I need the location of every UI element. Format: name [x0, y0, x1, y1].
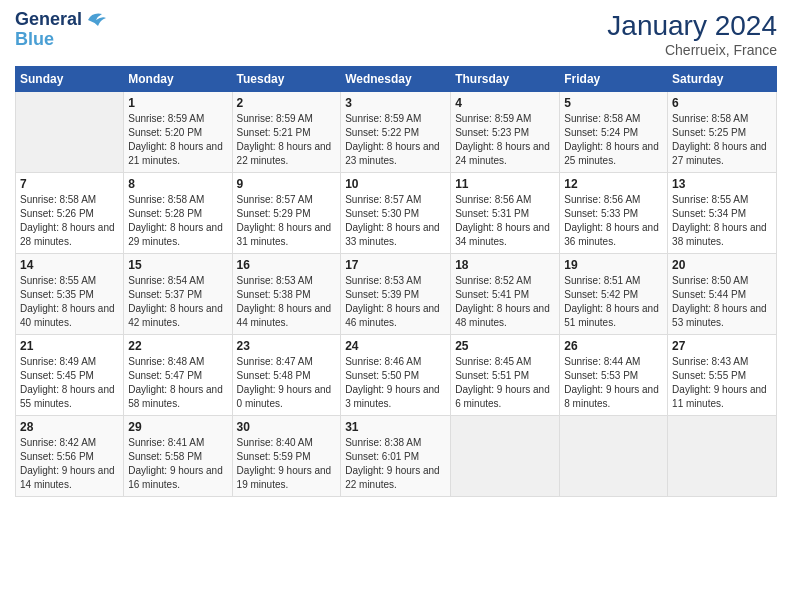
day-number: 17: [345, 258, 446, 272]
calendar-table: Sunday Monday Tuesday Wednesday Thursday…: [15, 66, 777, 497]
cell-w1-d6: 5Sunrise: 8:58 AMSunset: 5:24 PMDaylight…: [560, 92, 668, 173]
day-info: Sunrise: 8:52 AMSunset: 5:41 PMDaylight:…: [455, 274, 555, 330]
day-number: 4: [455, 96, 555, 110]
day-number: 22: [128, 339, 227, 353]
day-info: Sunrise: 8:59 AMSunset: 5:23 PMDaylight:…: [455, 112, 555, 168]
cell-w2-d3: 9Sunrise: 8:57 AMSunset: 5:29 PMDaylight…: [232, 173, 341, 254]
cell-w4-d6: 26Sunrise: 8:44 AMSunset: 5:53 PMDayligh…: [560, 335, 668, 416]
cell-w2-d5: 11Sunrise: 8:56 AMSunset: 5:31 PMDayligh…: [451, 173, 560, 254]
cell-w4-d2: 22Sunrise: 8:48 AMSunset: 5:47 PMDayligh…: [124, 335, 232, 416]
cell-w3-d1: 14Sunrise: 8:55 AMSunset: 5:35 PMDayligh…: [16, 254, 124, 335]
cell-w5-d2: 29Sunrise: 8:41 AMSunset: 5:58 PMDayligh…: [124, 416, 232, 497]
cell-w2-d1: 7Sunrise: 8:58 AMSunset: 5:26 PMDaylight…: [16, 173, 124, 254]
cell-w3-d7: 20Sunrise: 8:50 AMSunset: 5:44 PMDayligh…: [668, 254, 777, 335]
cell-w1-d3: 2Sunrise: 8:59 AMSunset: 5:21 PMDaylight…: [232, 92, 341, 173]
day-number: 23: [237, 339, 337, 353]
header-wednesday: Wednesday: [341, 67, 451, 92]
cell-w1-d7: 6Sunrise: 8:58 AMSunset: 5:25 PMDaylight…: [668, 92, 777, 173]
cell-w4-d5: 25Sunrise: 8:45 AMSunset: 5:51 PMDayligh…: [451, 335, 560, 416]
day-number: 21: [20, 339, 119, 353]
cell-w4-d3: 23Sunrise: 8:47 AMSunset: 5:48 PMDayligh…: [232, 335, 341, 416]
cell-w5-d4: 31Sunrise: 8:38 AMSunset: 6:01 PMDayligh…: [341, 416, 451, 497]
cell-w4-d1: 21Sunrise: 8:49 AMSunset: 5:45 PMDayligh…: [16, 335, 124, 416]
day-info: Sunrise: 8:59 AMSunset: 5:21 PMDaylight:…: [237, 112, 337, 168]
day-number: 26: [564, 339, 663, 353]
day-info: Sunrise: 8:58 AMSunset: 5:25 PMDaylight:…: [672, 112, 772, 168]
cell-w3-d6: 19Sunrise: 8:51 AMSunset: 5:42 PMDayligh…: [560, 254, 668, 335]
day-info: Sunrise: 8:57 AMSunset: 5:29 PMDaylight:…: [237, 193, 337, 249]
location: Cherrueix, France: [607, 42, 777, 58]
day-number: 25: [455, 339, 555, 353]
day-number: 24: [345, 339, 446, 353]
day-number: 16: [237, 258, 337, 272]
day-number: 3: [345, 96, 446, 110]
cell-w2-d6: 12Sunrise: 8:56 AMSunset: 5:33 PMDayligh…: [560, 173, 668, 254]
day-info: Sunrise: 8:42 AMSunset: 5:56 PMDaylight:…: [20, 436, 119, 492]
day-number: 5: [564, 96, 663, 110]
day-info: Sunrise: 8:40 AMSunset: 5:59 PMDaylight:…: [237, 436, 337, 492]
day-number: 7: [20, 177, 119, 191]
day-info: Sunrise: 8:54 AMSunset: 5:37 PMDaylight:…: [128, 274, 227, 330]
header-row: Sunday Monday Tuesday Wednesday Thursday…: [16, 67, 777, 92]
header-friday: Friday: [560, 67, 668, 92]
day-info: Sunrise: 8:58 AMSunset: 5:26 PMDaylight:…: [20, 193, 119, 249]
cell-w5-d1: 28Sunrise: 8:42 AMSunset: 5:56 PMDayligh…: [16, 416, 124, 497]
day-number: 13: [672, 177, 772, 191]
header-monday: Monday: [124, 67, 232, 92]
month-title: January 2024: [607, 10, 777, 42]
day-info: Sunrise: 8:49 AMSunset: 5:45 PMDaylight:…: [20, 355, 119, 411]
day-number: 20: [672, 258, 772, 272]
day-info: Sunrise: 8:58 AMSunset: 5:24 PMDaylight:…: [564, 112, 663, 168]
day-number: 30: [237, 420, 337, 434]
day-info: Sunrise: 8:53 AMSunset: 5:38 PMDaylight:…: [237, 274, 337, 330]
day-number: 18: [455, 258, 555, 272]
cell-w1-d2: 1Sunrise: 8:59 AMSunset: 5:20 PMDaylight…: [124, 92, 232, 173]
header-tuesday: Tuesday: [232, 67, 341, 92]
day-info: Sunrise: 8:50 AMSunset: 5:44 PMDaylight:…: [672, 274, 772, 330]
cell-w3-d2: 15Sunrise: 8:54 AMSunset: 5:37 PMDayligh…: [124, 254, 232, 335]
day-info: Sunrise: 8:58 AMSunset: 5:28 PMDaylight:…: [128, 193, 227, 249]
cell-w5-d6: [560, 416, 668, 497]
cell-w5-d5: [451, 416, 560, 497]
day-number: 14: [20, 258, 119, 272]
day-info: Sunrise: 8:55 AMSunset: 5:34 PMDaylight:…: [672, 193, 772, 249]
week-row-4: 21Sunrise: 8:49 AMSunset: 5:45 PMDayligh…: [16, 335, 777, 416]
cell-w1-d1: [16, 92, 124, 173]
day-number: 12: [564, 177, 663, 191]
cell-w3-d3: 16Sunrise: 8:53 AMSunset: 5:38 PMDayligh…: [232, 254, 341, 335]
cell-w1-d4: 3Sunrise: 8:59 AMSunset: 5:22 PMDaylight…: [341, 92, 451, 173]
cell-w3-d5: 18Sunrise: 8:52 AMSunset: 5:41 PMDayligh…: [451, 254, 560, 335]
week-row-1: 1Sunrise: 8:59 AMSunset: 5:20 PMDaylight…: [16, 92, 777, 173]
day-number: 10: [345, 177, 446, 191]
cell-w5-d7: [668, 416, 777, 497]
day-number: 31: [345, 420, 446, 434]
day-number: 19: [564, 258, 663, 272]
day-info: Sunrise: 8:53 AMSunset: 5:39 PMDaylight:…: [345, 274, 446, 330]
day-info: Sunrise: 8:59 AMSunset: 5:20 PMDaylight:…: [128, 112, 227, 168]
week-row-3: 14Sunrise: 8:55 AMSunset: 5:35 PMDayligh…: [16, 254, 777, 335]
day-info: Sunrise: 8:56 AMSunset: 5:33 PMDaylight:…: [564, 193, 663, 249]
day-info: Sunrise: 8:44 AMSunset: 5:53 PMDaylight:…: [564, 355, 663, 411]
day-info: Sunrise: 8:59 AMSunset: 5:22 PMDaylight:…: [345, 112, 446, 168]
logo-bird-icon: [84, 10, 106, 28]
logo-text-general: General: [15, 10, 82, 30]
day-number: 8: [128, 177, 227, 191]
day-number: 29: [128, 420, 227, 434]
cell-w4-d7: 27Sunrise: 8:43 AMSunset: 5:55 PMDayligh…: [668, 335, 777, 416]
cell-w5-d3: 30Sunrise: 8:40 AMSunset: 5:59 PMDayligh…: [232, 416, 341, 497]
title-section: January 2024 Cherrueix, France: [607, 10, 777, 58]
day-info: Sunrise: 8:41 AMSunset: 5:58 PMDaylight:…: [128, 436, 227, 492]
page-container: General Blue January 2024 Cherrueix, Fra…: [0, 0, 792, 507]
day-info: Sunrise: 8:43 AMSunset: 5:55 PMDaylight:…: [672, 355, 772, 411]
day-info: Sunrise: 8:45 AMSunset: 5:51 PMDaylight:…: [455, 355, 555, 411]
day-info: Sunrise: 8:55 AMSunset: 5:35 PMDaylight:…: [20, 274, 119, 330]
day-number: 9: [237, 177, 337, 191]
cell-w4-d4: 24Sunrise: 8:46 AMSunset: 5:50 PMDayligh…: [341, 335, 451, 416]
day-number: 11: [455, 177, 555, 191]
week-row-5: 28Sunrise: 8:42 AMSunset: 5:56 PMDayligh…: [16, 416, 777, 497]
day-info: Sunrise: 8:56 AMSunset: 5:31 PMDaylight:…: [455, 193, 555, 249]
day-info: Sunrise: 8:38 AMSunset: 6:01 PMDaylight:…: [345, 436, 446, 492]
cell-w2-d2: 8Sunrise: 8:58 AMSunset: 5:28 PMDaylight…: [124, 173, 232, 254]
cell-w2-d7: 13Sunrise: 8:55 AMSunset: 5:34 PMDayligh…: [668, 173, 777, 254]
logo: General Blue: [15, 10, 106, 50]
